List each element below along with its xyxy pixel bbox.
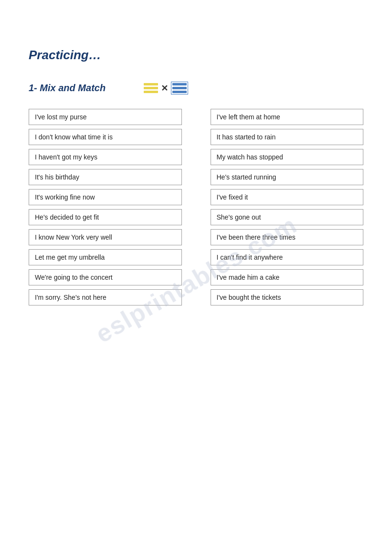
right-phrase-box: My watch has stopped (211, 149, 364, 165)
right-phrase-box: I've made him a cake (211, 269, 364, 285)
icon-line-2 (144, 87, 158, 89)
x-symbol-icon: ✕ (161, 83, 168, 94)
right-phrase-box: I can't find it anywhere (211, 249, 364, 265)
columns-container: I've lost my purseI don't know what time… (29, 109, 363, 305)
blue-line-3 (172, 91, 187, 93)
left-phrase-box: I'm sorry. She's not here (29, 289, 182, 305)
right-phrase-box: She's gone out (211, 209, 364, 225)
left-phrase-box: I know New York very well (29, 229, 182, 245)
right-column: I've left them at homeIt has started to … (211, 109, 364, 305)
blue-lines-group (172, 83, 187, 93)
right-phrase-box: I've been there three times (211, 229, 364, 245)
yellow-lines-icon (144, 83, 158, 93)
right-phrase-box: I've fixed it (211, 189, 364, 205)
left-phrase-box: It's his birthday (29, 169, 182, 185)
section-title: 1- Mix and Match (29, 83, 106, 94)
right-phrase-box: I've left them at home (211, 109, 364, 125)
blue-line-2 (172, 87, 187, 89)
blue-lines-icon (171, 82, 188, 95)
left-phrase-box: I've lost my purse (29, 109, 182, 125)
right-phrase-box: I've bought the tickets (211, 289, 364, 305)
left-phrase-box: We're going to the concert (29, 269, 182, 285)
icon-line-1 (144, 83, 158, 85)
left-phrase-box: He's decided to get fit (29, 209, 182, 225)
icon-group: ✕ (144, 82, 188, 95)
page-title: Practicing… (29, 48, 363, 63)
left-phrase-box: Let me get my umbrella (29, 249, 182, 265)
left-phrase-box: It's working fine now (29, 189, 182, 205)
left-phrase-box: I don't know what time it is (29, 129, 182, 145)
right-phrase-box: He's started running (211, 169, 364, 185)
left-column: I've lost my purseI don't know what time… (29, 109, 182, 305)
section-header: 1- Mix and Match ✕ (29, 82, 363, 95)
left-phrase-box: I haven't got my keys (29, 149, 182, 165)
right-phrase-box: It has started to rain (211, 129, 364, 145)
icon-line-3 (144, 91, 158, 93)
blue-line-1 (172, 83, 187, 85)
